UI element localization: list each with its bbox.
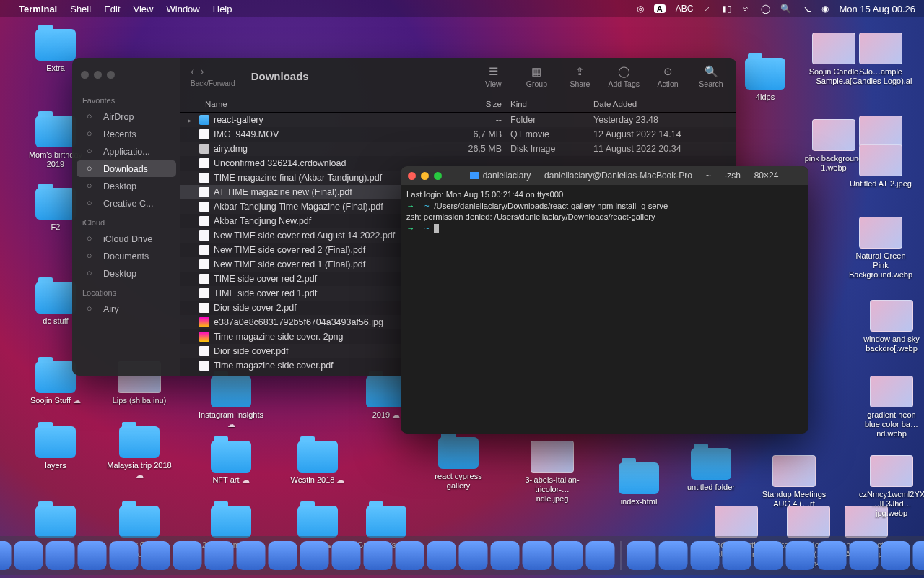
tags-button[interactable]: ◯Add Tags (608, 65, 640, 88)
desktop-item[interactable]: layers (23, 426, 88, 470)
dock-app-tv[interactable] (269, 541, 297, 570)
menu-edit[interactable]: Edit (104, 4, 120, 14)
thumb-icon (715, 506, 758, 538)
file-row[interactable]: ▸react-gallery--FolderYesterday 23.48 (180, 113, 736, 127)
finder-column-headers[interactable]: NameSizeKindDate Added (180, 95, 736, 113)
dock-app-podcast[interactable] (332, 541, 361, 570)
battery-icon[interactable]: ▮▯ (722, 4, 732, 14)
desktop-item[interactable]: window and sky backdro[.webp (859, 300, 924, 353)
desktop-item[interactable]: untitled folder (679, 448, 744, 492)
dock-app-safari[interactable] (396, 541, 424, 570)
desktop-item[interactable]: gradient neon blue color ba…nd.webp (859, 376, 924, 439)
sidebar-item[interactable]: ○Desktop (77, 178, 176, 194)
disclosure-icon[interactable]: ▸ (188, 116, 195, 124)
dock-app-mail[interactable] (0, 541, 12, 570)
status-icon[interactable]: ◎ (637, 4, 644, 14)
dock-app-sys[interactable] (459, 541, 488, 570)
sidebar-item[interactable]: ○AirDrop (77, 108, 176, 125)
dock-app-sys[interactable] (173, 541, 202, 570)
close-button[interactable] (81, 71, 89, 79)
desktop-item[interactable]: 3-labels-Italian-tricolor-…ndle.jpeg (520, 441, 585, 504)
group-button[interactable]: ▦Group (521, 65, 552, 88)
dock-item-term[interactable] (913, 541, 925, 570)
dock-app-cal[interactable] (141, 541, 170, 570)
minimize-button[interactable] (94, 71, 102, 79)
dock-app-figma[interactable] (491, 541, 520, 570)
menu-shell[interactable]: Shell (70, 4, 91, 14)
desktop-item[interactable]: Westin 2018 (285, 441, 350, 485)
dock-item-term[interactable] (723, 541, 751, 570)
input-source-icon[interactable]: A (654, 4, 666, 13)
dock-item-doc[interactable] (659, 541, 688, 570)
terminal-body[interactable]: Last login: Mon Aug 15 00:21:44 on ttys0… (401, 185, 808, 239)
dock-app-kakao[interactable] (523, 541, 552, 570)
sidebar-item[interactable]: ○Desktop (77, 265, 176, 282)
desktop-item[interactable]: Standup Meetings AUG 4 (…rt (762, 455, 827, 509)
sidebar-item[interactable]: ○Creative C... (77, 195, 176, 212)
sidebar-item[interactable]: ○Recents (77, 126, 176, 142)
do-not-disturb-icon[interactable]: ⟋ (703, 4, 712, 14)
dock-app-term[interactable] (586, 541, 615, 570)
menu-help[interactable]: Help (213, 4, 232, 14)
dock-item-term[interactable] (786, 541, 815, 570)
action-button[interactable]: ⊙Action (653, 65, 683, 88)
dock-app-chrome[interactable] (14, 541, 43, 570)
fullscreen-button[interactable] (434, 172, 442, 180)
back-button[interactable]: ‹ (191, 65, 194, 78)
view-button[interactable]: ☰View (478, 65, 508, 88)
folder-icon (297, 506, 338, 538)
share-button[interactable]: ⇪Share (565, 65, 595, 88)
desktop-item[interactable]: czNmcy1wcml2YX …IL3Jhd…jpg.webp (859, 455, 924, 519)
desktop-item[interactable]: Instagram Insights (199, 376, 263, 429)
desktop-item-label: react cypress gallery (426, 472, 491, 491)
dock-item-term[interactable] (754, 541, 783, 570)
dock-item-doc[interactable] (627, 541, 656, 570)
dock-app-music[interactable] (300, 541, 329, 570)
fullscreen-button[interactable] (107, 71, 115, 79)
minimize-button[interactable] (421, 172, 429, 180)
menu-view[interactable]: View (134, 4, 154, 14)
user-icon[interactable]: ◯ (761, 4, 770, 14)
dock-item-term[interactable] (881, 541, 910, 570)
sidebar-item[interactable]: ○Applicatio... (77, 143, 176, 160)
dock-app-pages[interactable] (78, 541, 107, 570)
dock-app-sys[interactable] (237, 541, 266, 570)
doc-icon (199, 187, 209, 197)
siri-icon[interactable]: ◉ (821, 4, 829, 14)
desktop-item[interactable]: Malaysia trip 2018 (107, 426, 172, 480)
sidebar-item[interactable]: ○Documents (77, 248, 176, 264)
sidebar-item[interactable]: ○Airy (77, 301, 176, 317)
sidebar-item-label: Desktop (103, 181, 136, 191)
dock-app-store[interactable] (364, 541, 393, 570)
dock-app-cal[interactable] (110, 541, 139, 570)
dock-app-vscode[interactable] (554, 541, 583, 570)
control-center-icon[interactable]: ⌥ (801, 4, 811, 14)
desktop-item[interactable]: index-html (606, 462, 671, 506)
file-row[interactable]: airy.dmg26,5 MBDisk Image11 August 2022 … (180, 142, 736, 156)
dock-app-music[interactable] (205, 541, 234, 570)
menu-clock[interactable]: Mon 15 Aug 00.26 (839, 4, 915, 14)
dock-item-term[interactable] (818, 541, 847, 570)
desktop-item[interactable]: 4idps (733, 58, 798, 102)
dock-app-store[interactable] (427, 541, 456, 570)
file-row[interactable]: IMG_9449.MOV6,7 MBQT movie12 August 2022… (180, 127, 736, 142)
app-menu[interactable]: Terminal (19, 4, 57, 14)
dock-item-term[interactable] (850, 541, 879, 570)
sidebar-item[interactable]: ○Downloads (77, 160, 176, 177)
desktop-item[interactable]: SJo…ample (Candles Logo).ai (848, 33, 913, 86)
input-language[interactable]: ABC (676, 4, 694, 14)
dock-item-term[interactable] (691, 541, 720, 570)
desktop-item[interactable]: Natural Green Pink Background.webp (848, 217, 913, 280)
sidebar-item-label: Airy (103, 304, 119, 314)
menu-window[interactable]: Window (167, 4, 200, 14)
search-button[interactable]: 🔍Search (696, 65, 726, 88)
wifi-icon[interactable]: ᯤ (742, 4, 751, 14)
desktop-item[interactable]: NFT art (199, 441, 263, 485)
close-button[interactable] (408, 172, 416, 180)
desktop-item[interactable]: Untitled AT 2.jpeg (848, 144, 913, 189)
spotlight-icon[interactable]: 🔍 (780, 4, 791, 14)
forward-button[interactable]: › (200, 65, 204, 78)
desktop-item[interactable]: react cypress gallery (426, 437, 491, 491)
dock-app-chrome[interactable] (46, 541, 75, 570)
sidebar-item[interactable]: ○iCloud Drive (77, 230, 176, 247)
